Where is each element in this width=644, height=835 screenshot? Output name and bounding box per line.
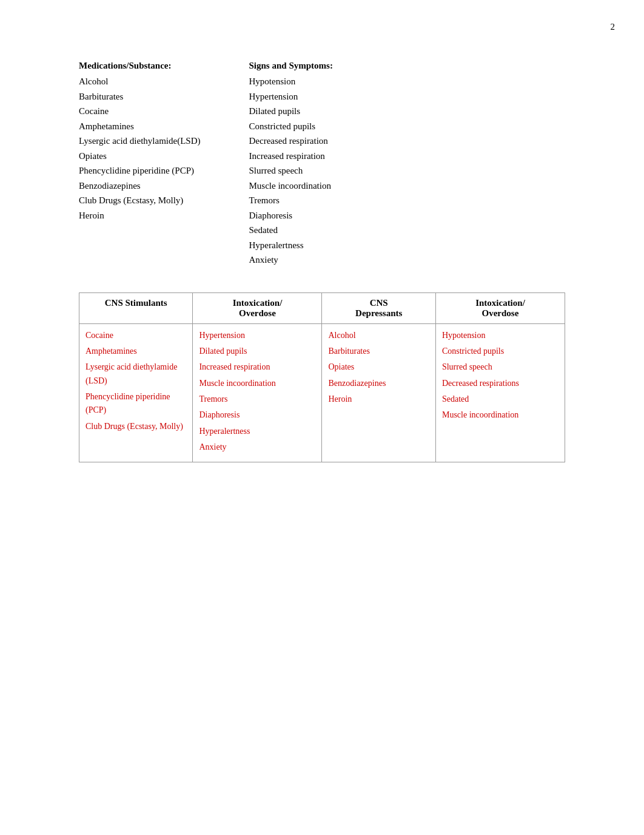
list-item: Lysergic acid diethylamide(LSD) bbox=[79, 134, 201, 148]
list-item: Hyperalertness bbox=[249, 238, 333, 252]
list-item: Amphetamines bbox=[79, 120, 201, 134]
header-cns-stimulants: CNS Stimulants bbox=[79, 292, 193, 323]
list-item: Hypotension bbox=[249, 75, 333, 89]
list-item: Opiates bbox=[328, 360, 429, 374]
medications-column: Medications/Substance: Alcohol Barbitura… bbox=[79, 61, 201, 268]
list-item: Decreased respirations bbox=[442, 377, 558, 390]
list-item: Anxiety bbox=[249, 253, 333, 267]
list-item: Dilated pupils bbox=[249, 104, 333, 118]
list-item: Amphetamines bbox=[86, 345, 186, 358]
list-item: Increased respiration bbox=[199, 360, 315, 374]
depressants-symptoms-list: Hypotension Constricted pupils Slurred s… bbox=[435, 323, 565, 462]
list-item: Opiates bbox=[79, 149, 201, 163]
list-item: Tremors bbox=[199, 393, 315, 406]
list-item: Alcohol bbox=[328, 329, 429, 342]
list-item: Dilated pupils bbox=[199, 345, 315, 358]
list-item: Phencyclidine piperidine (PCP) bbox=[86, 390, 186, 418]
list-item: Diaphoresis bbox=[199, 408, 315, 422]
depressants-list: Alcohol Barbiturates Opiates Benzodiazep… bbox=[322, 323, 435, 462]
list-item: Decreased respiration bbox=[249, 134, 333, 148]
list-item: Muscle incoordination bbox=[442, 408, 558, 422]
list-item: Anxiety bbox=[199, 441, 315, 454]
symptoms-column: Signs and Symptoms: Hypotension Hyperten… bbox=[249, 61, 333, 268]
list-item: Slurred speech bbox=[442, 360, 558, 374]
list-item: Sedated bbox=[249, 223, 333, 237]
list-item: Club Drugs (Ecstasy, Molly) bbox=[86, 420, 186, 433]
list-item: Heroin bbox=[328, 393, 429, 406]
list-item: Tremors bbox=[249, 194, 333, 208]
header-intoxication-2: Intoxication/ Overdose bbox=[435, 292, 565, 323]
list-item: Hyperalertness bbox=[199, 425, 315, 438]
top-section: Medications/Substance: Alcohol Barbitura… bbox=[79, 61, 565, 268]
symptoms-header: Signs and Symptoms: bbox=[249, 61, 333, 71]
stimulants-symptoms-list: Hypertension Dilated pupils Increased re… bbox=[193, 323, 322, 462]
list-item: Hypertension bbox=[199, 329, 315, 342]
list-item: Constricted pupils bbox=[442, 345, 558, 358]
list-item: Muscle incoordination bbox=[249, 179, 333, 193]
list-item: Muscle incoordination bbox=[199, 377, 315, 390]
list-item: Barbiturates bbox=[328, 345, 429, 358]
list-item: Alcohol bbox=[79, 75, 201, 89]
medications-header: Medications/Substance: bbox=[79, 61, 201, 71]
list-item: Club Drugs (Ecstasy, Molly) bbox=[79, 194, 201, 208]
header-cns-depressants: CNS Depressants bbox=[322, 292, 435, 323]
stimulants-list: Cocaine Amphetamines Lysergic acid dieth… bbox=[79, 323, 193, 462]
list-item: Barbiturates bbox=[79, 90, 201, 104]
list-item: Hypertension bbox=[249, 90, 333, 104]
page-number: 2 bbox=[611, 22, 615, 32]
list-item: Benzodiazepines bbox=[328, 377, 429, 390]
header-intoxication-1: Intoxication/ Overdose bbox=[193, 292, 322, 323]
list-item: Sedated bbox=[442, 393, 558, 406]
list-item: Cocaine bbox=[79, 104, 201, 118]
list-item: Slurred speech bbox=[249, 164, 333, 178]
list-item: Lysergic acid diethylamide (LSD) bbox=[86, 360, 186, 388]
list-item: Diaphoresis bbox=[249, 209, 333, 223]
list-item: Increased respiration bbox=[249, 149, 333, 163]
list-item: Phencyclidine piperidine (PCP) bbox=[79, 164, 201, 178]
list-item: Cocaine bbox=[86, 329, 186, 342]
drug-table: CNS Stimulants Intoxication/ Overdose CN… bbox=[79, 292, 565, 462]
list-item: Constricted pupils bbox=[249, 120, 333, 134]
list-item: Heroin bbox=[79, 209, 201, 223]
list-item: Benzodiazepines bbox=[79, 179, 201, 193]
list-item: Hypotension bbox=[442, 329, 558, 342]
